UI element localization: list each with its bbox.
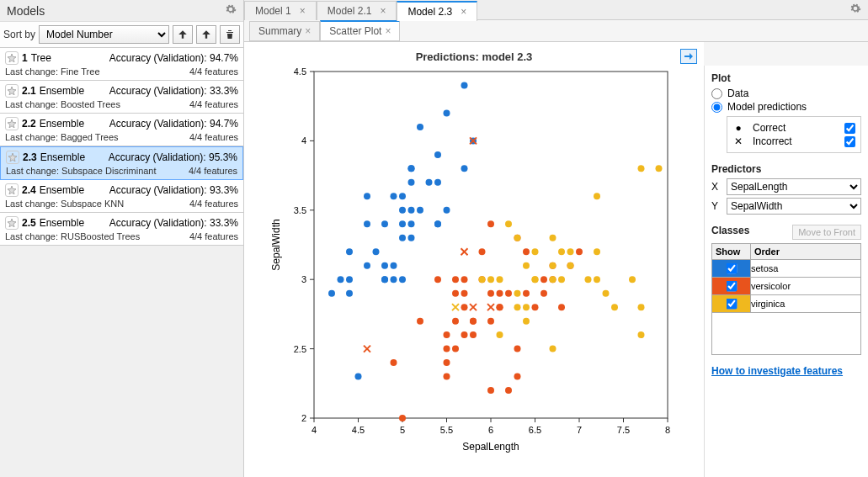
svg-point-137	[558, 276, 565, 283]
svg-point-110	[514, 374, 521, 380]
star-icon[interactable]	[5, 84, 19, 98]
svg-point-106	[470, 318, 477, 325]
svg-point-149	[656, 165, 663, 172]
close-icon[interactable]: ×	[300, 5, 306, 17]
svg-point-85	[399, 415, 406, 421]
svg-text:5: 5	[400, 425, 405, 435]
help-link[interactable]: How to investigate features	[711, 365, 843, 377]
svg-point-153	[567, 262, 574, 269]
close-icon[interactable]: ×	[461, 6, 466, 18]
svg-point-98	[497, 304, 503, 310]
model-item-1[interactable]: 1 Tree Accuracy (Validation): 94.7% Last…	[0, 48, 243, 81]
svg-point-82	[391, 359, 397, 366]
svg-point-80	[461, 304, 468, 310]
svg-point-109	[487, 220, 494, 227]
sort-desc-button[interactable]	[196, 25, 216, 44]
svg-point-55	[381, 262, 388, 269]
svg-point-108	[434, 276, 441, 283]
svg-point-65	[346, 276, 353, 283]
move-to-front-button[interactable]: Move to Front	[792, 225, 861, 240]
trash-button[interactable]	[220, 25, 240, 44]
svg-point-58	[444, 109, 450, 116]
star-icon[interactable]	[5, 117, 19, 130]
sort-select[interactable]: Model Number	[39, 25, 169, 44]
svg-point-113	[470, 331, 477, 338]
svg-point-50	[408, 179, 415, 186]
model-item-2.5[interactable]: 2.5 Ensemble Accuracy (Validation): 33.3…	[0, 213, 243, 246]
y-select[interactable]: SepalWidth	[727, 198, 861, 215]
svg-point-84	[417, 318, 423, 325]
svg-text:4: 4	[301, 135, 306, 146]
scatter-chart[interactable]: 44.555.566.577.5822.533.544.5SepalLength…	[268, 63, 680, 458]
expand-plot-button[interactable]	[680, 49, 697, 64]
class-checkbox[interactable]	[726, 299, 737, 310]
svg-point-105	[444, 359, 450, 366]
svg-point-44	[381, 220, 388, 227]
svg-text:5.5: 5.5	[440, 425, 453, 435]
tabs-gear-icon[interactable]	[849, 3, 861, 17]
legend-incorrect-label: Incorrect	[753, 135, 792, 147]
th-show: Show	[712, 244, 751, 260]
classes-empty-area	[711, 313, 861, 355]
close-icon[interactable]: ×	[380, 5, 386, 17]
svg-point-101	[558, 304, 565, 310]
svg-point-156	[550, 276, 556, 283]
model-item-2.2[interactable]: 2.2 Ensemble Accuracy (Validation): 94.7…	[0, 114, 243, 146]
svg-point-140	[638, 165, 645, 172]
subtab-scatter-plot[interactable]: Scatter Plot×	[320, 20, 400, 41]
svg-point-160	[487, 276, 494, 283]
model-item-2.1[interactable]: 2.1 Ensemble Accuracy (Validation): 33.3…	[0, 81, 243, 114]
svg-point-116	[505, 290, 512, 297]
svg-point-42	[391, 262, 397, 269]
svg-point-59	[391, 193, 397, 199]
x-select[interactable]: SepalLength	[727, 178, 861, 195]
star-icon[interactable]	[5, 183, 19, 197]
star-icon[interactable]	[5, 216, 19, 230]
radio-model-predictions[interactable]: Model predictions	[711, 101, 861, 113]
svg-point-104	[461, 331, 468, 338]
legend-correct-label: Correct	[753, 122, 785, 134]
model-item-2.4[interactable]: 2.4 Ensemble Accuracy (Validation): 93.3…	[0, 180, 243, 213]
svg-point-100	[541, 276, 547, 283]
class-row-versicolor[interactable]: versicolor	[712, 278, 861, 295]
svg-text:3.5: 3.5	[294, 205, 306, 215]
star-icon[interactable]	[6, 151, 19, 164]
models-title: Models	[7, 4, 45, 18]
svg-point-107	[487, 318, 494, 325]
svg-point-117	[461, 290, 468, 297]
sort-asc-button[interactable]	[173, 25, 193, 44]
model-item-2.3[interactable]: 2.3 Ensemble Accuracy (Validation): 95.3…	[0, 146, 243, 180]
svg-point-152	[523, 262, 530, 269]
tab-model-2.1[interactable]: Model 2.1×	[317, 1, 397, 20]
close-icon[interactable]: ×	[385, 25, 391, 37]
svg-point-56	[434, 220, 441, 227]
tab-model-1[interactable]: Model 1×	[244, 1, 317, 20]
subtab-summary[interactable]: Summary×	[249, 21, 320, 41]
class-checkbox[interactable]	[726, 263, 737, 274]
star-icon[interactable]	[5, 51, 19, 65]
svg-point-52	[461, 165, 468, 172]
svg-point-155	[558, 248, 565, 255]
correct-marker-icon: ●	[732, 122, 744, 134]
content-row: Predictions: model 2.3 44.555.566.577.58…	[244, 42, 868, 477]
svg-point-33	[408, 207, 415, 214]
class-checkbox[interactable]	[726, 281, 737, 292]
svg-point-148	[611, 304, 618, 310]
checkbox-incorrect[interactable]	[844, 136, 855, 147]
svg-point-114	[452, 318, 459, 325]
svg-point-129	[585, 276, 592, 283]
close-icon[interactable]: ×	[305, 25, 311, 37]
tab-model-2.3[interactable]: Model 2.3×	[397, 1, 477, 21]
svg-point-142	[567, 248, 574, 255]
svg-point-103	[487, 290, 494, 297]
radio-data[interactable]: Data	[711, 87, 861, 99]
class-row-setosa[interactable]: setosa	[712, 260, 861, 278]
gear-icon[interactable]	[225, 3, 237, 18]
svg-point-157	[532, 276, 539, 283]
svg-point-134	[550, 346, 556, 352]
checkbox-correct[interactable]	[844, 123, 855, 134]
svg-point-141	[638, 331, 645, 338]
class-row-virginica[interactable]: virginica	[712, 295, 861, 313]
svg-point-39	[364, 220, 370, 227]
svg-point-53	[408, 235, 415, 241]
